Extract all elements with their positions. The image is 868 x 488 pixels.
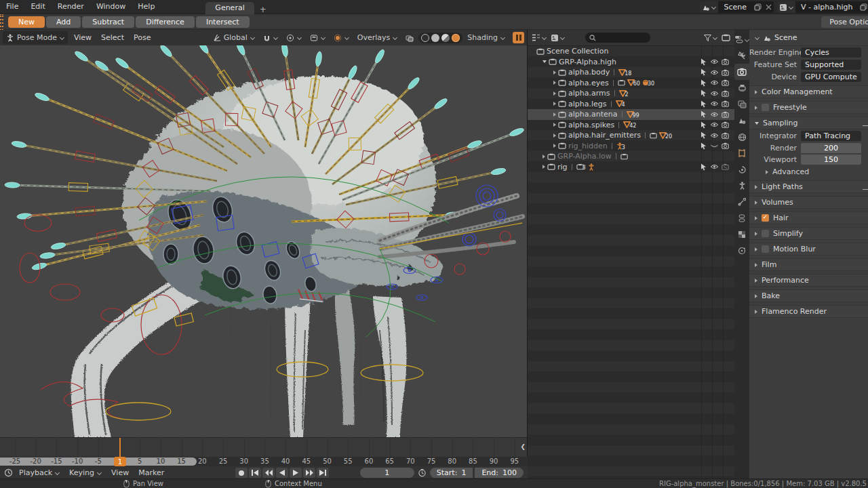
restrict-eye-toggle[interactable] — [709, 57, 719, 68]
outliner-row-rig[interactable]: rig3 — [528, 162, 734, 173]
properties-tab-physics[interactable] — [734, 161, 749, 178]
properties-tab-object[interactable] — [734, 145, 749, 161]
timeline-menu-view[interactable]: View — [106, 468, 134, 477]
panel-sampling[interactable]: Sampling — [749, 117, 868, 129]
viewport-menu-view[interactable]: View — [69, 33, 96, 42]
restrict-eye-toggle[interactable] — [709, 99, 719, 110]
panel-hair[interactable]: Hair — [749, 211, 868, 224]
restrict-camera-toggle[interactable] — [719, 120, 730, 131]
disclosure-right-icon[interactable] — [542, 155, 545, 159]
tool-button-difference[interactable]: Difference — [136, 16, 195, 28]
menu-edit[interactable]: Edit — [24, 0, 51, 14]
field-value[interactable]: Supported — [801, 60, 861, 70]
properties-tab-particles[interactable] — [734, 243, 749, 259]
restrict-camera-toggle[interactable] — [719, 78, 730, 89]
shading-solid-button[interactable] — [431, 34, 439, 42]
start-frame-field[interactable]: Start: 1 — [430, 468, 473, 478]
timeline-collapse-arrow[interactable]: ❮ — [520, 443, 526, 450]
panel-motion-blur[interactable]: Motion Blur — [749, 243, 868, 256]
auto-keyframe-clock-icon[interactable] — [418, 468, 427, 477]
restrict-eye-toggle[interactable] — [709, 120, 719, 131]
add-workspace-button[interactable]: + — [254, 5, 272, 14]
restrict-camera-toggle[interactable] — [719, 88, 730, 99]
view-layer-name[interactable]: V - alpha.high — [795, 3, 858, 12]
tool-button-intersect[interactable]: Intersect — [196, 16, 250, 28]
field-value[interactable]: Cycles — [801, 47, 861, 58]
tool-button-add[interactable]: Add — [46, 16, 81, 28]
restrict-pointer-toggle[interactable] — [698, 57, 709, 68]
disclosure-right-icon[interactable] — [553, 102, 556, 106]
field-value[interactable]: GPU Compute — [801, 72, 861, 82]
outliner-display-mode[interactable] — [532, 34, 547, 41]
overlays-dropdown[interactable]: Overlays — [354, 31, 401, 44]
restrict-camera-toggle[interactable] — [719, 109, 730, 120]
current-frame-field[interactable]: 1 — [360, 468, 414, 478]
next-keyframe-button[interactable] — [303, 468, 315, 478]
restrict-camera-toggle[interactable] — [719, 99, 730, 110]
menu-file[interactable]: File — [0, 0, 24, 14]
restrict-camera-toggle[interactable] — [719, 57, 730, 68]
outliner-row-alpha-spikes[interactable]: alpha.spikes42 — [528, 120, 734, 131]
timeline-ruler[interactable]: -25-20-15-10-551015202530354045505560657… — [0, 457, 528, 466]
restrict-eye-toggle[interactable] — [709, 78, 719, 89]
outliner-row-alpha-legs[interactable]: alpha.legs4 — [528, 99, 734, 110]
panel-checkbox[interactable] — [762, 214, 769, 222]
outliner-row-alpha-arms[interactable]: alpha.arms2 — [528, 88, 734, 99]
restrict-pointer-toggle[interactable] — [698, 67, 709, 78]
properties-tab-output[interactable] — [734, 80, 749, 96]
panel-simplify[interactable]: Simplify — [749, 227, 868, 240]
restrict-eye-toggle[interactable] — [709, 109, 719, 120]
panel-color-management[interactable]: Color Management — [749, 85, 868, 98]
jump-to-end-button[interactable] — [317, 468, 329, 478]
outliner-row-grp-alpha-low[interactable]: GRP-Alpha.low — [528, 151, 734, 162]
field-value[interactable]: Path Tracing — [801, 131, 861, 141]
shading-wireframe-button[interactable] — [421, 34, 429, 42]
properties-tab-tool[interactable] — [734, 47, 749, 64]
field-value[interactable]: 200 — [801, 143, 861, 153]
restrict-camera-dim-toggle[interactable] — [719, 162, 730, 173]
outliner-row-scene-collection[interactable]: Scene Collection — [528, 46, 734, 57]
properties-tab-bone[interactable] — [734, 194, 749, 210]
properties-tab-view-layer[interactable] — [734, 96, 749, 113]
viewport-canvas[interactable] — [0, 45, 527, 437]
disclosure-right-icon[interactable] — [553, 113, 556, 117]
mode-selector[interactable]: Pose Mode — [3, 31, 68, 44]
outliner-row-alpha-eyes[interactable]: alpha.eyes6030 — [528, 78, 734, 89]
snap-toggle[interactable] — [260, 31, 281, 44]
panel-light-paths[interactable]: Light Paths — [749, 180, 868, 193]
viewport-menu-select[interactable]: Select — [96, 33, 129, 42]
scene-name[interactable]: Scene — [718, 3, 752, 12]
restrict-eye-closed-toggle[interactable] — [709, 141, 719, 152]
panel-flamenco-render[interactable]: Flamenco Render — [749, 305, 868, 318]
field-value[interactable]: 150 — [801, 155, 861, 165]
record-button[interactable] — [235, 468, 248, 478]
new-view-layer-button[interactable] — [858, 1, 868, 13]
disclosure-right-icon[interactable] — [553, 123, 556, 127]
gizmos-toggle[interactable] — [330, 31, 353, 44]
properties-tab-render[interactable] — [734, 64, 749, 80]
panel-checkbox[interactable] — [762, 230, 769, 237]
disclosure-down-icon[interactable] — [542, 60, 547, 63]
chevron-down-icon[interactable] — [755, 36, 760, 39]
restrict-pointer-toggle[interactable] — [698, 162, 709, 173]
toolbar-drag-handle[interactable] — [0, 14, 4, 30]
tool-button-subtract[interactable]: Subtract — [82, 16, 134, 28]
panel-film[interactable]: Film — [749, 258, 868, 271]
properties-tab-editor-type[interactable] — [734, 31, 749, 47]
play-button[interactable] — [290, 468, 302, 478]
play-reverse-button[interactable] — [276, 468, 288, 478]
restrict-pointer-toggle[interactable] — [698, 78, 709, 89]
restrict-camera-toggle[interactable] — [719, 67, 730, 78]
previous-keyframe-button[interactable] — [262, 468, 275, 478]
shading-material-button[interactable] — [441, 34, 450, 42]
restrict-pointer-toggle[interactable] — [698, 99, 709, 110]
properties-tab-armature[interactable] — [734, 178, 749, 194]
restrict-eye-toggle[interactable] — [709, 88, 719, 99]
new-scene-button[interactable] — [752, 1, 763, 13]
scene-browse-button[interactable] — [700, 1, 718, 13]
menu-render[interactable]: Render — [52, 0, 90, 14]
outliner-row-grp-alpha-high[interactable]: GRP-Alpha.high — [528, 57, 734, 68]
xray-toggle[interactable] — [402, 31, 417, 44]
restrict-pointer-toggle[interactable] — [698, 120, 709, 131]
restrict-eye-toggle[interactable] — [709, 130, 719, 141]
